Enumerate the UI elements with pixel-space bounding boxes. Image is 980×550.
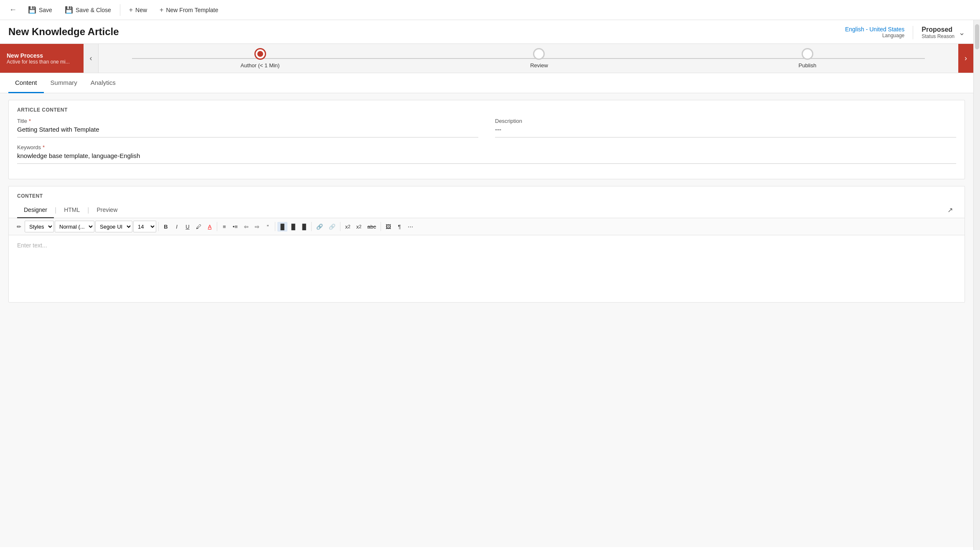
justify-button[interactable]: █ xyxy=(299,222,309,232)
step-publish[interactable]: Publish xyxy=(799,48,817,69)
tabs-bar: Content Summary Analytics xyxy=(0,73,973,93)
step-label-author: Author (< 1 Min) xyxy=(241,62,280,69)
tab-summary[interactable]: Summary xyxy=(44,73,84,93)
description-value[interactable]: --- xyxy=(495,126,956,138)
step-label-review: Review xyxy=(530,62,548,69)
scrollbar-thumb[interactable] xyxy=(975,24,979,49)
article-content-card: ARTICLE CONTENT Title * Getting Started … xyxy=(8,100,965,179)
toolbar-sep-6 xyxy=(381,222,381,231)
scrollbar-track[interactable] xyxy=(973,20,980,550)
scroll-area[interactable]: New Knowledge Article English - United S… xyxy=(0,20,973,550)
format-block-button[interactable]: ¶ xyxy=(394,222,404,232)
content-section-title: CONTENT xyxy=(9,186,965,202)
insert-image-button[interactable]: 🖼 xyxy=(383,222,394,232)
editor-placeholder: Enter text... xyxy=(17,242,47,249)
font-select[interactable]: Segoe UI xyxy=(95,221,132,232)
keywords-value[interactable]: knowledge base template, language-Englis… xyxy=(17,152,956,164)
back-button[interactable]: ← xyxy=(5,3,21,17)
page-title: New Knowledge Article xyxy=(8,26,119,38)
main-toolbar: ← 💾 Save 💾 Save & Close + New + New From… xyxy=(0,0,980,20)
align-center-button[interactable]: █ xyxy=(277,222,287,232)
description-field-group: Description --- xyxy=(495,118,956,144)
page-wrapper: New Knowledge Article English - United S… xyxy=(0,20,980,550)
keywords-label: Keywords * xyxy=(17,144,956,150)
format-select[interactable]: Normal (... xyxy=(55,221,94,232)
new-button[interactable]: + New xyxy=(124,3,152,17)
toolbar-sep-1 xyxy=(158,222,159,231)
indent-increase-button[interactable]: ⇨ xyxy=(252,222,262,232)
language-section: English - United States Language xyxy=(845,26,913,39)
header-right: English - United States Language Propose… xyxy=(845,26,965,39)
toolbar-sep-3 xyxy=(275,222,275,231)
superscript-button[interactable]: x2 xyxy=(343,222,353,232)
underline-button[interactable]: U xyxy=(183,222,193,232)
tab-content[interactable]: Content xyxy=(8,73,44,93)
title-required-star: * xyxy=(29,118,31,124)
new-from-template-icon: + xyxy=(160,6,163,14)
editor-tab-sep-1: | xyxy=(54,206,57,214)
keywords-field-group: Keywords * knowledge base template, lang… xyxy=(17,144,956,171)
new-icon: + xyxy=(129,6,133,14)
title-value[interactable]: Getting Started with Template xyxy=(17,126,478,138)
process-label-title: New Process xyxy=(7,52,77,59)
step-author[interactable]: Author (< 1 Min) xyxy=(241,48,280,69)
chevron-down-icon: ⌄ xyxy=(959,28,965,37)
process-steps: Author (< 1 Min) Review Publish xyxy=(99,44,958,73)
language-label: Language xyxy=(882,33,904,38)
toolbar-sep-4 xyxy=(311,222,312,231)
status-label: Status Reason xyxy=(922,33,955,39)
status-inner: Proposed Status Reason xyxy=(922,26,955,39)
highlight-button[interactable]: 🖊 xyxy=(193,222,204,232)
title-description-row: Title * Getting Started with Template De… xyxy=(17,118,956,144)
bold-button[interactable]: B xyxy=(161,222,171,232)
save-button[interactable]: 💾 Save xyxy=(23,3,58,17)
bullet-list-button[interactable]: •≡ xyxy=(230,222,240,232)
more-options-button[interactable]: ⋯ xyxy=(405,222,416,232)
save-icon: 💾 xyxy=(28,6,36,14)
indent-decrease-button[interactable]: ⇦ xyxy=(241,222,251,232)
editor-tab-preview[interactable]: Preview xyxy=(90,202,124,218)
keywords-row: Keywords * knowledge base template, lang… xyxy=(17,144,956,171)
new-from-template-button[interactable]: + New From Template xyxy=(154,3,223,17)
status-section[interactable]: Proposed Status Reason ⌄ xyxy=(913,26,965,39)
align-right-button[interactable]: █ xyxy=(288,222,298,232)
editor-tab-sep-2: | xyxy=(86,206,90,214)
process-nav-left-button[interactable]: ‹ xyxy=(84,44,99,73)
tab-analytics[interactable]: Analytics xyxy=(84,73,122,93)
language-value[interactable]: English - United States xyxy=(845,26,904,33)
font-color-button[interactable]: A xyxy=(205,222,215,232)
editor-area[interactable]: Enter text... xyxy=(9,235,965,302)
title-label: Title * xyxy=(17,118,478,124)
styles-select[interactable]: Styles xyxy=(25,221,54,232)
save-close-button[interactable]: 💾 Save & Close xyxy=(59,3,117,17)
toolbar-sep-5 xyxy=(340,222,340,231)
format-painter-button[interactable]: ✏ xyxy=(14,222,24,232)
process-label[interactable]: New Process Active for less than one mi.… xyxy=(0,44,84,73)
page-header: New Knowledge Article English - United S… xyxy=(0,20,973,44)
title-field-group: Title * Getting Started with Template xyxy=(17,118,478,144)
size-select[interactable]: 14 xyxy=(133,221,156,232)
insert-link-button[interactable]: 🔗 xyxy=(314,222,325,232)
content-editor-card: CONTENT Designer | HTML | Preview ↗ ✏ St… xyxy=(8,186,965,303)
article-content-body: Title * Getting Started with Template De… xyxy=(9,118,965,179)
step-label-publish: Publish xyxy=(799,62,817,69)
editor-tab-html[interactable]: HTML xyxy=(57,202,86,218)
toolbar-separator-1 xyxy=(120,4,120,16)
editor-toolbar: ✏ Styles Normal (... Segoe UI 14 B xyxy=(9,218,965,235)
step-review[interactable]: Review xyxy=(530,48,548,69)
article-content-header: ARTICLE CONTENT xyxy=(9,100,965,118)
status-value: Proposed xyxy=(922,26,955,33)
description-label: Description xyxy=(495,118,956,124)
align-left-button[interactable]: ≡ xyxy=(219,222,229,232)
step-circle-publish xyxy=(802,48,813,60)
subscript-button[interactable]: x2 xyxy=(354,222,364,232)
strikethrough-button[interactable]: abc xyxy=(365,222,378,232)
italic-button[interactable]: I xyxy=(172,222,182,232)
process-nav-right-button[interactable]: › xyxy=(958,44,973,73)
main-content: ARTICLE CONTENT Title * Getting Started … xyxy=(0,93,973,547)
expand-button[interactable]: ↗ xyxy=(944,204,956,216)
blockquote-button[interactable]: “ xyxy=(263,222,273,232)
process-label-sub: Active for less than one mi... xyxy=(7,59,77,65)
editor-tab-designer[interactable]: Designer xyxy=(17,202,54,218)
unlink-button[interactable]: 🔗 xyxy=(326,222,338,232)
